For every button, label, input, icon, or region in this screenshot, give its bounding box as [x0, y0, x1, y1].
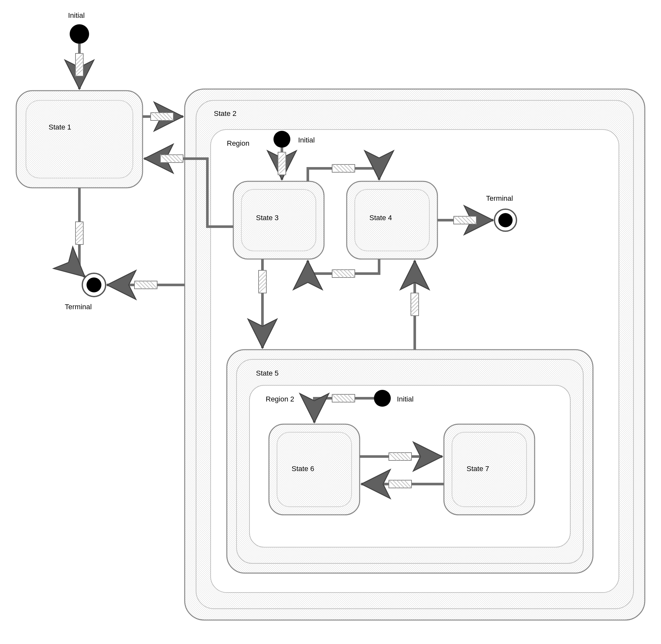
- svg-line-34: [80, 272, 85, 277]
- svg-point-18: [498, 213, 513, 227]
- svg-point-29: [70, 24, 89, 44]
- state-6-label: State 6: [292, 465, 314, 473]
- state-diagram: State 2 Region Initial State 3 State 4 T…: [0, 0, 661, 644]
- region-1-label: Region: [227, 139, 249, 147]
- initial-top-label: Initial: [68, 12, 85, 19]
- svg-rect-13: [233, 181, 324, 259]
- svg-point-12: [273, 131, 290, 148]
- svg-rect-25: [444, 424, 535, 515]
- transition-state2-to-terminal-left[interactable]: [107, 281, 185, 289]
- svg-rect-27: [16, 91, 142, 188]
- state-6[interactable]: State 6: [269, 424, 360, 515]
- state-4-label: State 4: [369, 214, 392, 222]
- state-5-label: State 5: [256, 369, 279, 377]
- svg-rect-23: [269, 424, 360, 515]
- initial-region2-label: Initial: [397, 395, 414, 403]
- state-3-label: State 3: [256, 214, 279, 222]
- transition-initial-region-to-state3[interactable]: [278, 148, 286, 180]
- terminal-right-label: Terminal: [486, 194, 513, 202]
- region-2-label: Region 2: [266, 395, 294, 403]
- state-3[interactable]: State 3: [233, 181, 324, 259]
- state-7[interactable]: State 7: [444, 424, 535, 515]
- state-7-label: State 7: [467, 465, 489, 473]
- svg-rect-15: [347, 181, 437, 259]
- initial-top[interactable]: Initial: [68, 12, 89, 44]
- initial-region-label: Initial: [298, 136, 315, 144]
- transition-state1-to-state2[interactable]: [142, 113, 183, 120]
- state-1[interactable]: State 1: [16, 91, 142, 188]
- svg-point-22: [374, 390, 391, 407]
- transition-state1-to-terminal-left[interactable]: [75, 188, 85, 277]
- terminal-left-label: Terminal: [65, 303, 92, 311]
- state-2-label: State 2: [214, 110, 237, 117]
- svg-point-31: [87, 277, 102, 292]
- transition-initial-to-state1[interactable]: [75, 44, 83, 89]
- state-4[interactable]: State 4: [347, 181, 437, 259]
- terminal-left[interactable]: Terminal: [65, 273, 106, 311]
- state-1-label: State 1: [49, 123, 71, 131]
